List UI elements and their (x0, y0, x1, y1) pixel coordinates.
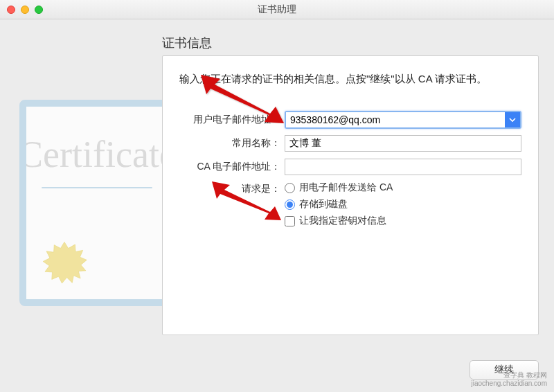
label-common-name: 常用名称： (179, 137, 285, 150)
certificate-seal-icon (40, 240, 89, 288)
radio-email-ca-label[interactable]: 用电子邮件发送给 CA (299, 181, 393, 194)
window-title: 证书助理 (258, 3, 296, 16)
check-row-keypair: 让我指定密钥对信息 (285, 215, 521, 227)
row-request: 请求是： 用电子邮件发送给 CA 存储到磁盘 让我指定密钥对信息 (179, 181, 521, 231)
radio-row-save-disk: 存储到磁盘 (285, 198, 521, 211)
label-user-email: 用户电子邮件地址： (179, 114, 285, 126)
radio-row-email-ca: 用电子邮件发送给 CA (285, 181, 521, 194)
common-name-input[interactable] (285, 135, 521, 152)
label-request: 请求是： (179, 181, 285, 195)
checkbox-keypair[interactable] (285, 216, 295, 226)
user-email-combo[interactable] (285, 111, 521, 129)
ca-email-input[interactable] (285, 159, 521, 175)
row-user-email: 用户电子邮件地址： (179, 111, 521, 129)
user-email-dropdown-arrow[interactable] (505, 112, 520, 127)
row-common-name: 常用名称： (179, 134, 521, 152)
close-button[interactable] (7, 6, 15, 14)
certificate-script-text: Certificate (19, 133, 175, 176)
watermark-line1: 查字典 教程网 (471, 371, 547, 380)
checkbox-keypair-label[interactable]: 让我指定密钥对信息 (299, 215, 386, 227)
watermark-line2: jiaocheng.chazidian.com (471, 380, 547, 388)
radio-save-disk-label[interactable]: 存储到磁盘 (299, 198, 348, 211)
chevron-down-icon (509, 116, 516, 123)
certificate-decor: Certificate (19, 100, 175, 306)
instructions-text: 输入您正在请求的证书的相关信息。点按"继续"以从 CA 请求证书。 (179, 71, 521, 86)
user-email-input[interactable] (286, 112, 505, 127)
certificate-divider (42, 187, 152, 188)
label-ca-email: CA 电子邮件地址： (179, 161, 285, 173)
row-ca-email: CA 电子邮件地址： (179, 158, 521, 176)
maximize-button[interactable] (35, 6, 43, 14)
radio-email-ca[interactable] (285, 183, 295, 193)
titlebar: 证书助理 (0, 0, 554, 19)
minimize-button[interactable] (21, 6, 29, 14)
form-panel: 输入您正在请求的证书的相关信息。点按"继续"以从 CA 请求证书。 用户电子邮件… (162, 55, 539, 335)
page-heading: 证书信息 (162, 35, 212, 51)
radio-save-disk[interactable] (285, 199, 295, 210)
window-controls (7, 6, 43, 14)
watermark: 查字典 教程网 jiaocheng.chazidian.com (471, 371, 547, 388)
